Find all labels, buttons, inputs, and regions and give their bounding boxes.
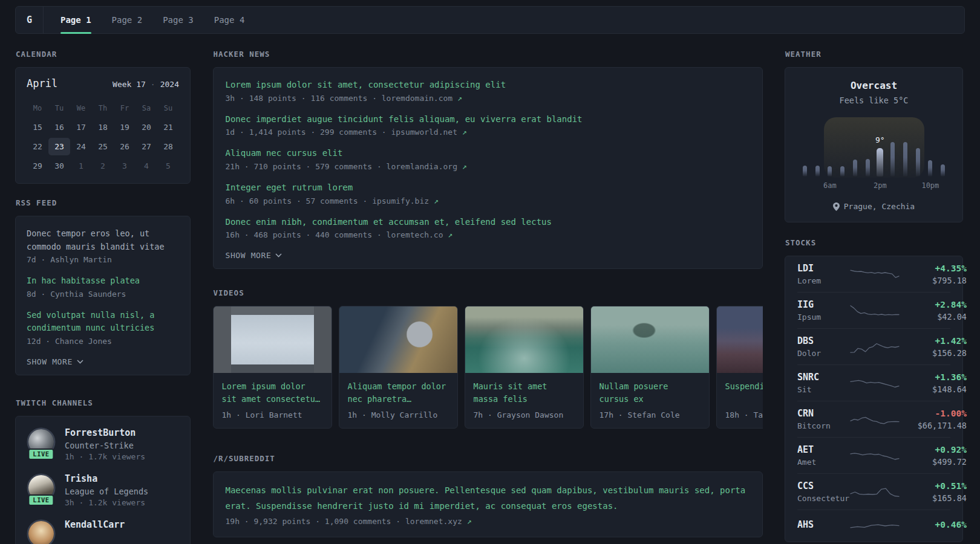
calendar-week: Week 17 (113, 80, 146, 89)
page-tab[interactable]: Page 2 (112, 7, 143, 33)
calendar-day: 23 (48, 138, 70, 155)
calendar-day-header: We (70, 100, 92, 116)
stock-symbol: CCS (797, 481, 849, 491)
weather-bar-slot (861, 118, 874, 176)
stock-values: +0.92% $499.72 (900, 445, 967, 467)
calendar-day-header: Fr (114, 100, 136, 116)
hackernews-item-title[interactable]: Donec enim nibh, condimentum et accumsan… (226, 216, 750, 229)
twitch-list: LIVE ForrestBurton Counter-Strike 1h · 1… (27, 427, 179, 544)
twitch-channel-row[interactable]: LIVE Trisha League of Legends 3h · 1.2k … (27, 473, 179, 507)
weather-bar-slot: 9° 2pm (874, 118, 887, 176)
external-link-icon[interactable]: ↗ (457, 94, 462, 103)
video-card[interactable]: Aliquam tempor dolor nec pharetra… 1h · … (339, 306, 458, 429)
stock-row[interactable]: AHS +0.46% (797, 510, 950, 542)
weather-bar (866, 159, 870, 176)
hackernews-item: Aliquam nec cursus elit 21h · 710 points… (226, 147, 750, 171)
twitch-channel-meta: 3h · 1.2k viewers (65, 498, 148, 507)
calendar-day-headers: MoTuWeThFrSaSu (27, 100, 179, 116)
sparkline (849, 302, 900, 320)
hackernews-item-title[interactable]: Integer eget rutrum lorem (226, 181, 750, 195)
avatar-wrap: LIVE (27, 473, 56, 505)
weather-bar-slot (811, 118, 824, 176)
page-tab[interactable]: Page 3 (163, 7, 194, 33)
hackernews-item-meta: 21h · 710 points · 579 comments · loreml… (226, 162, 750, 171)
stock-name: Sit (797, 385, 849, 394)
video-card-body: Aliquam tempor dolor nec pharetra… 1h · … (339, 373, 457, 428)
chevron-down-icon (77, 360, 83, 364)
app-logo[interactable]: G (16, 7, 44, 33)
rss-show-more-button[interactable]: SHOW MORE (27, 357, 83, 366)
calendar-day: 28 (157, 138, 179, 155)
page-tab[interactable]: Page 4 (214, 7, 245, 33)
weather-bar-slot (849, 118, 861, 176)
weather-section: WEATHER Overcast Feels like 5°C (785, 50, 963, 222)
rss-item-title[interactable]: In hac habitasse platea (27, 274, 179, 288)
stocks-section: STOCKS LDI Lorem +4.35% $795.18 (785, 238, 963, 542)
stock-price: $42.04 (900, 312, 967, 322)
stock-row[interactable]: CRN Bitcorn -1.00% $66,171.48 (797, 401, 950, 437)
external-link-icon[interactable]: ↗ (462, 162, 467, 171)
video-card-body: Lorem ipsum dolor sit amet consectetu… 1… (214, 373, 332, 428)
separator-dot: · (151, 80, 155, 89)
external-link-icon[interactable]: ↗ (462, 128, 467, 137)
video-meta: 1h · Molly Carrillo (348, 410, 449, 419)
hackernews-show-more-button[interactable]: SHOW MORE (226, 251, 283, 260)
stock-symbol: SNRC (797, 372, 849, 383)
external-link-icon[interactable]: ↗ (467, 517, 472, 526)
video-card[interactable]: Mauris sit amet massa felis 7h · Grayson… (465, 306, 584, 429)
weather-bar (803, 166, 807, 176)
page-tab[interactable]: Page 1 (60, 7, 91, 33)
rss-item-title[interactable]: Sed volutpat nulla nisl, a condimentum n… (27, 309, 179, 335)
twitch-section: TWITCH CHANNELS LIVE ForrestBur (15, 398, 191, 544)
calendar-day: 26 (114, 138, 136, 155)
rss-section: RSS FEED Donec tempor eros leo, ut commo… (15, 198, 191, 375)
weather-bar (828, 166, 832, 176)
subreddit-post-title[interactable]: Maecenas mollis pulvinar erat non posuer… (226, 483, 750, 513)
stock-name: Ipsum (797, 312, 849, 322)
stock-name: Consectetur (797, 494, 849, 503)
calendar-widget: April Week 17 · 2024 MoTuWeThFrSaSu 1516… (15, 67, 191, 184)
video-card[interactable]: Suspendisse diam 18h · Tara (716, 306, 763, 429)
video-card[interactable]: Nullam posuere cursus ex 17h · Stefan Co… (590, 306, 710, 429)
sparkline (849, 483, 900, 501)
stock-row[interactable]: CCS Consectetur +0.51% $165.84 (797, 473, 950, 510)
twitch-channel-row[interactable]: LIVE ForrestBurton Counter-Strike 1h · 1… (27, 427, 179, 461)
video-card-body: Nullam posuere cursus ex 17h · Stefan Co… (591, 373, 709, 428)
calendar-day: 4 (136, 157, 157, 175)
video-title: Aliquam tempor dolor nec pharetra… (348, 380, 449, 406)
subreddit-section: /R/SUBREDDIT Maecenas mollis pulvinar er… (213, 454, 763, 537)
page-tabs: Page 1Page 2Page 3Page 4 (44, 7, 244, 33)
rss-item-meta: 8d · Cynthia Saunders (27, 290, 179, 299)
video-title: Suspendisse diam (725, 380, 763, 406)
dashboard-page: G Page 1Page 2Page 3Page 4 CALENDAR Apri… (0, 0, 980, 544)
video-thumbnail (339, 306, 457, 373)
hackernews-item: Lorem ipsum dolor sit amet, consectetur … (226, 79, 750, 103)
calendar-day-header: Th (92, 100, 114, 116)
stock-symbol: CRN (797, 408, 849, 419)
rss-item-meta: 7d · Ashlyn Martin (27, 255, 179, 264)
calendar-grid: 1516171819202122232425262728293012345 (27, 118, 179, 175)
stock-row[interactable]: LDI Lorem +4.35% $795.18 (797, 256, 950, 292)
twitch-channel-row[interactable]: LIVE KendallCarr (27, 519, 179, 544)
external-link-icon[interactable]: ↗ (448, 230, 452, 239)
video-card-body: Mauris sit amet massa felis 7h · Grayson… (465, 373, 583, 428)
topbar: G Page 1Page 2Page 3Page 4 (15, 6, 965, 34)
stock-row[interactable]: AET Amet +0.92% $499.72 (797, 437, 950, 473)
weather-feels-like: Feels like 5°C (797, 96, 950, 105)
rss-widget: Donec tempor eros leo, ut commodo mauris… (15, 216, 191, 375)
stock-row[interactable]: IIG Ipsum +2.84% $42.04 (797, 292, 950, 328)
hackernews-item-title[interactable]: Aliquam nec cursus elit (226, 147, 750, 160)
weather-time-label: 10pm (921, 181, 939, 190)
stock-symbol: DBS (797, 335, 849, 346)
stock-row[interactable]: DBS Dolor +1.42% $156.28 (797, 328, 950, 364)
rss-item-title[interactable]: Donec tempor eros leo, ut commodo mauris… (27, 227, 179, 253)
stock-row[interactable]: SNRC Sit +1.36% $148.64 (797, 364, 950, 401)
twitch-channel-meta: 1h · 1.7k viewers (65, 452, 145, 461)
stock-id: AET Amet (797, 444, 849, 467)
hackernews-item-title[interactable]: Lorem ipsum dolor sit amet, consectetur … (226, 79, 750, 92)
external-link-icon[interactable]: ↗ (434, 196, 439, 206)
hackernews-item-title[interactable]: Donec imperdiet augue tincidunt felis al… (226, 113, 750, 126)
video-card[interactable]: Lorem ipsum dolor sit amet consectetu… 1… (213, 306, 332, 429)
calendar-day: 16 (48, 118, 70, 136)
calendar-day: 5 (157, 157, 179, 175)
